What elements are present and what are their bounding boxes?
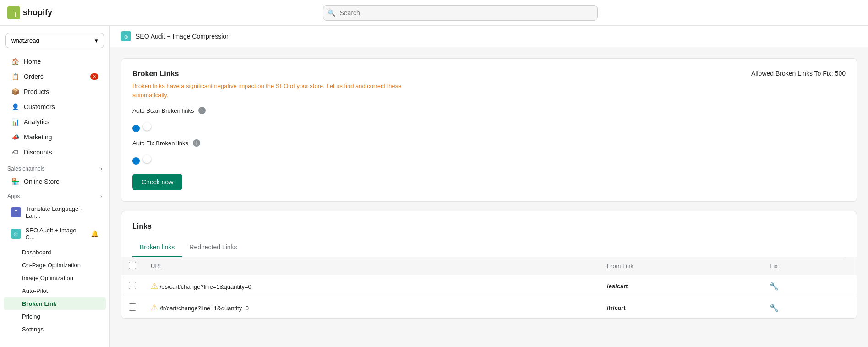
search-bar[interactable]: 🔍 <box>323 5 598 21</box>
seo-audit-label: SEO Audit + Image C... <box>26 227 86 241</box>
row2-checkbox-cell <box>121 297 143 319</box>
page-content: Broken Links Broken links have a signifi… <box>110 47 868 339</box>
main-nav: 🏠 Home 📋 Orders 3 📦 Products 👤 Customers… <box>0 52 109 162</box>
app-header-title: SEO Audit + Image Compression <box>136 33 230 40</box>
auto-scan-row: Auto Scan Broken links i <box>132 107 846 114</box>
sub-nav-image-opt-label: Image Optimization <box>22 275 73 281</box>
products-icon: 📦 <box>11 88 19 95</box>
broken-links-title: Broken Links <box>132 70 407 78</box>
sub-nav-pricing[interactable]: Pricing <box>4 310 106 323</box>
customers-icon: 👤 <box>11 103 19 110</box>
sidebar-label-products: Products <box>24 88 49 95</box>
row1-checkbox-cell <box>121 275 143 297</box>
sales-channels-section-title[interactable]: Sales channels › <box>0 162 109 174</box>
shopify-text: shopify <box>23 8 52 17</box>
links-tabs: Broken links Redirected Links <box>132 238 846 257</box>
tab-broken-links-label: Broken links <box>140 243 175 251</box>
links-card-body: Links Broken links Redirected Links <box>121 211 857 257</box>
sidebar-item-marketing[interactable]: 📣 Marketing <box>4 130 106 144</box>
links-card: Links Broken links Redirected Links <box>121 211 857 319</box>
sidebar-item-products[interactable]: 📦 Products <box>4 84 106 99</box>
broken-links-card-body: Broken Links Broken links have a signifi… <box>121 59 857 201</box>
sidebar-label-analytics: Analytics <box>24 118 49 126</box>
row1-from-link-cell: /es/cart <box>600 275 762 297</box>
auto-scan-toggle[interactable] <box>132 125 140 132</box>
sidebar-item-customers[interactable]: 👤 Customers <box>4 99 106 114</box>
row2-checkbox[interactable] <box>129 303 136 311</box>
check-now-button[interactable]: Check now <box>132 174 182 190</box>
sub-nav-dashboard[interactable]: Dashboard <box>4 246 106 259</box>
row2-fix-icon[interactable]: 🔧 <box>770 304 779 312</box>
orders-icon: 📋 <box>11 73 19 80</box>
sidebar-item-orders[interactable]: 📋 Orders 3 <box>4 69 106 84</box>
sub-nav-on-page-optimization[interactable]: On-Page Optimization <box>4 259 106 271</box>
auto-fix-info-icon[interactable]: i <box>193 139 200 147</box>
tab-redirected-links-label: Redirected Links <box>189 243 237 251</box>
sub-nav-pricing-label: Pricing <box>22 313 40 320</box>
sidebar-label-customers: Customers <box>24 103 55 110</box>
sub-nav-broken-link[interactable]: Broken Link <box>4 297 106 310</box>
sub-nav-auto-pilot[interactable]: Auto-Pilot <box>4 285 106 297</box>
apps-label: Apps <box>7 193 20 199</box>
table-header: URL From Link Fix <box>121 257 857 275</box>
chevron-down-icon: ▾ <box>95 37 98 44</box>
row1-warning-icon: ⚠ <box>151 281 158 291</box>
search-icon: 🔍 <box>328 9 335 17</box>
seo-sub-nav: Dashboard On-Page Optimization Image Opt… <box>0 245 109 337</box>
auto-scan-info-icon[interactable]: i <box>198 107 206 114</box>
row2-url: /fr/cart/change?line=1&quantity=0 <box>160 305 249 312</box>
auto-fix-slider <box>132 157 140 165</box>
sidebar-item-translate-language[interactable]: T Translate Language - Lan... <box>4 202 106 223</box>
row2-from-link-cell: /fr/cart <box>600 297 762 319</box>
links-table: URL From Link Fix ⚠ /es/cart/c <box>121 257 857 318</box>
select-all-checkbox[interactable] <box>129 262 136 269</box>
broken-links-card: Broken Links Broken links have a signifi… <box>121 58 857 202</box>
app-header-icon: ◎ <box>121 31 131 41</box>
col-from-link: From Link <box>600 257 762 275</box>
row2-url-cell: ⚠ /fr/cart/change?line=1&quantity=0 <box>143 297 600 319</box>
search-input[interactable] <box>323 5 598 21</box>
orders-badge: 3 <box>90 73 98 80</box>
marketing-icon: 📣 <box>11 133 19 141</box>
topbar: shopify 🔍 <box>0 0 868 26</box>
col-url: URL <box>143 257 600 275</box>
tab-broken-links[interactable]: Broken links <box>132 238 182 257</box>
row1-url-cell: ⚠ /es/cart/change?line=1&quantity=0 <box>143 275 600 297</box>
sidebar-item-discounts[interactable]: 🏷 Discounts <box>4 145 106 160</box>
sidebar-item-analytics[interactable]: 📊 Analytics <box>4 115 106 129</box>
sidebar-item-seo-audit[interactable]: ◎ SEO Audit + Image C... 🔔 <box>4 223 106 244</box>
auto-fix-toggle[interactable] <box>132 157 140 165</box>
bell-icon: 🔔 <box>91 230 98 237</box>
sidebar-label-marketing: Marketing <box>24 133 52 141</box>
auto-fix-row: Auto Fix Broken links i <box>132 139 846 147</box>
auto-fix-label: Auto Fix Broken links <box>132 140 188 147</box>
row2-fix-cell: 🔧 <box>762 297 857 319</box>
row1-checkbox[interactable] <box>129 282 136 289</box>
row1-from-link: /es/cart <box>607 283 628 290</box>
tab-redirected-links[interactable]: Redirected Links <box>182 238 244 257</box>
row1-fix-icon[interactable]: 🔧 <box>770 282 779 290</box>
sidebar-item-online-store[interactable]: 🏪 Online Store <box>4 174 106 189</box>
row1-fix-cell: 🔧 <box>762 275 857 297</box>
online-store-icon: 🏪 <box>11 178 19 185</box>
broken-links-description: Broken links have a significant negative… <box>132 82 407 99</box>
sales-channels-label: Sales channels <box>7 165 44 172</box>
discounts-icon: 🏷 <box>11 149 19 156</box>
sales-channels-chevron: › <box>100 165 102 172</box>
sub-nav-on-page-label: On-Page Optimization <box>22 262 81 269</box>
sub-nav-settings[interactable]: Settings <box>4 323 106 336</box>
main-content: ◎ SEO Audit + Image Compression Broken L… <box>110 26 868 347</box>
sub-nav-image-optimization[interactable]: Image Optimization <box>4 272 106 284</box>
row1-url: /es/cart/change?line=1&quantity=0 <box>160 283 251 290</box>
table-row: ⚠ /fr/cart/change?line=1&quantity=0 /fr/… <box>121 297 857 319</box>
app-header: ◎ SEO Audit + Image Compression <box>110 26 868 47</box>
auto-scan-label: Auto Scan Broken links <box>132 107 194 114</box>
apps-section-title[interactable]: Apps › <box>0 189 109 201</box>
apps-chevron: › <box>100 193 102 199</box>
store-selector[interactable]: what2read ▾ <box>5 33 104 48</box>
table-row: ⚠ /es/cart/change?line=1&quantity=0 /es/… <box>121 275 857 297</box>
shopify-logo: shopify <box>7 6 52 19</box>
shopify-logo-icon <box>7 6 20 19</box>
translate-app-icon: T <box>11 207 21 217</box>
sidebar-item-home[interactable]: 🏠 Home <box>4 54 106 69</box>
